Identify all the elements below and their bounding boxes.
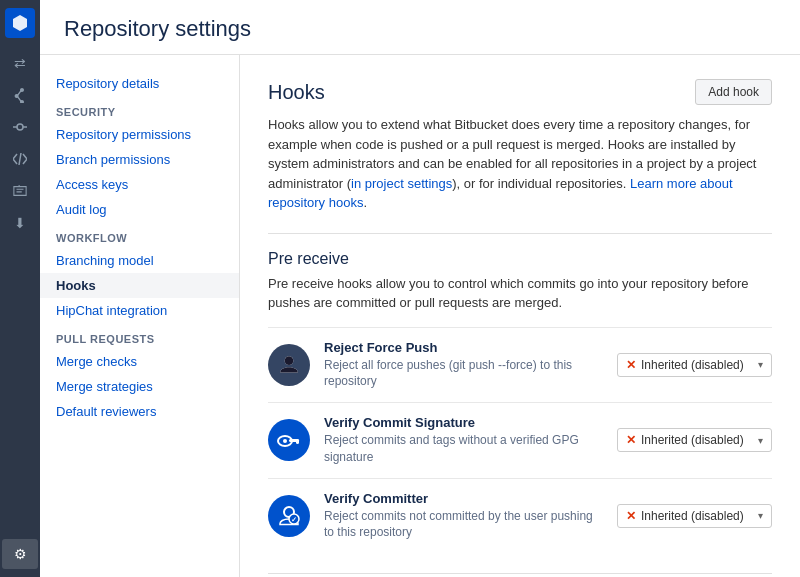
reject-force-push-status-dropdown[interactable]: ✕ Inherited (disabled) ▾: [617, 353, 772, 377]
panel-header: Hooks Add hook: [268, 79, 772, 105]
app-logo[interactable]: [5, 8, 35, 38]
hook-avatar-reject-force-push: [268, 344, 310, 386]
sidebar-item-branching-model[interactable]: Branching model: [40, 248, 239, 273]
hook-status-verify-commit-sig: ✕ Inherited (disabled) ▾: [617, 428, 772, 452]
hook-status-verify-committer: ✕ Inherited (disabled) ▾: [617, 504, 772, 528]
x-icon-reject: ✕: [626, 358, 636, 372]
sidebar-item-default-reviewers[interactable]: Default reviewers: [40, 399, 239, 424]
sidebar-item-merge-strategies[interactable]: Merge strategies: [40, 374, 239, 399]
hook-info-verify-committer: Verify Committer Reject commits not comm…: [324, 491, 603, 542]
svg-point-0: [17, 124, 23, 130]
svg-text:✓: ✓: [291, 516, 297, 523]
hook-item-reject-force-push: Reject Force Push Reject all force pushe…: [268, 327, 772, 403]
hook-item-verify-committer: ✓ Verify Committer Reject commits not co…: [268, 478, 772, 554]
hook-name-verify-committer: Verify Committer: [324, 491, 603, 506]
page-header: Repository settings: [40, 0, 800, 55]
svg-point-4: [285, 356, 294, 365]
hook-desc-verify-commit-sig: Reject commits and tags without a verifi…: [324, 432, 603, 466]
sidebar-section-pullrequests: PULL REQUESTS: [40, 323, 239, 349]
hook-info-verify-commit-sig: Verify Commit Signature Reject commits a…: [324, 415, 603, 466]
sidebar-item-repo-permissions[interactable]: Repository permissions: [40, 122, 239, 147]
main-content: Repository settings Repository details S…: [40, 0, 800, 577]
hook-avatar-verify-commit-sig: [268, 419, 310, 461]
nav-icon-transfer[interactable]: ⇄: [2, 48, 38, 78]
hook-item-verify-commit-sig: Verify Commit Signature Reject commits a…: [268, 402, 772, 478]
svg-rect-8: [296, 439, 299, 444]
nav-icon-pr[interactable]: [2, 176, 38, 206]
x-icon-verify-sig: ✕: [626, 433, 636, 447]
verify-commit-sig-status-label: Inherited (disabled): [641, 433, 744, 447]
post-receive-title: Post receive: [268, 573, 772, 577]
sidebar-item-branch-permissions[interactable]: Branch permissions: [40, 147, 239, 172]
hooks-description: Hooks allow you to extend what Bitbucket…: [268, 115, 772, 213]
pre-receive-title: Pre receive: [268, 233, 772, 268]
reject-force-push-status-label: Inherited (disabled): [641, 358, 744, 372]
add-hook-button[interactable]: Add hook: [695, 79, 772, 105]
chevron-down-icon-verify-committer: ▾: [758, 510, 763, 521]
x-icon-verify-committer: ✕: [626, 509, 636, 523]
hook-name-verify-commit-sig: Verify Commit Signature: [324, 415, 603, 430]
hook-desc-reject-force-push: Reject all force pushes (git push --forc…: [324, 357, 603, 391]
hook-avatar-verify-committer: ✓: [268, 495, 310, 537]
sidebar-item-hooks[interactable]: Hooks: [40, 273, 239, 298]
sidebar: Repository details SECURITY Repository p…: [40, 55, 240, 577]
nav-icon-commits[interactable]: [2, 112, 38, 142]
nav-icon-branch[interactable]: [2, 80, 38, 110]
chevron-down-icon-reject: ▾: [758, 359, 763, 370]
sidebar-section-security: SECURITY: [40, 96, 239, 122]
svg-point-6: [283, 439, 287, 443]
sidebar-item-repo-details[interactable]: Repository details: [40, 71, 239, 96]
hook-desc-verify-committer: Reject commits not committed by the user…: [324, 508, 603, 542]
verify-committer-status-label: Inherited (disabled): [641, 509, 744, 523]
verify-commit-sig-status-dropdown[interactable]: ✕ Inherited (disabled) ▾: [617, 428, 772, 452]
nav-icon-downloads[interactable]: ⬇: [2, 208, 38, 238]
sidebar-item-merge-checks[interactable]: Merge checks: [40, 349, 239, 374]
sidebar-item-audit-log[interactable]: Audit log: [40, 197, 239, 222]
hook-name-reject-force-push: Reject Force Push: [324, 340, 603, 355]
project-settings-link[interactable]: in project settings: [351, 176, 452, 191]
sidebar-item-hipchat[interactable]: HipChat integration: [40, 298, 239, 323]
content-area: Repository details SECURITY Repository p…: [40, 55, 800, 577]
learn-more-link[interactable]: Learn more about repository hooks: [268, 176, 733, 211]
pre-receive-description: Pre receive hooks allow you to control w…: [268, 274, 772, 313]
panel-title: Hooks: [268, 81, 325, 104]
main-panel: Hooks Add hook Hooks allow you to extend…: [240, 55, 800, 577]
hook-status-reject-force-push: ✕ Inherited (disabled) ▾: [617, 353, 772, 377]
chevron-down-icon-verify-sig: ▾: [758, 435, 763, 446]
verify-committer-status-dropdown[interactable]: ✕ Inherited (disabled) ▾: [617, 504, 772, 528]
nav-icon-code[interactable]: [2, 144, 38, 174]
sidebar-section-workflow: WORKFLOW: [40, 222, 239, 248]
sidebar-item-access-keys[interactable]: Access keys: [40, 172, 239, 197]
nav-icon-settings[interactable]: ⚙: [2, 539, 38, 569]
icon-bar: ⇄ ⬇ ⚙: [0, 0, 40, 577]
hook-info-reject-force-push: Reject Force Push Reject all force pushe…: [324, 340, 603, 391]
page-title: Repository settings: [64, 16, 776, 42]
